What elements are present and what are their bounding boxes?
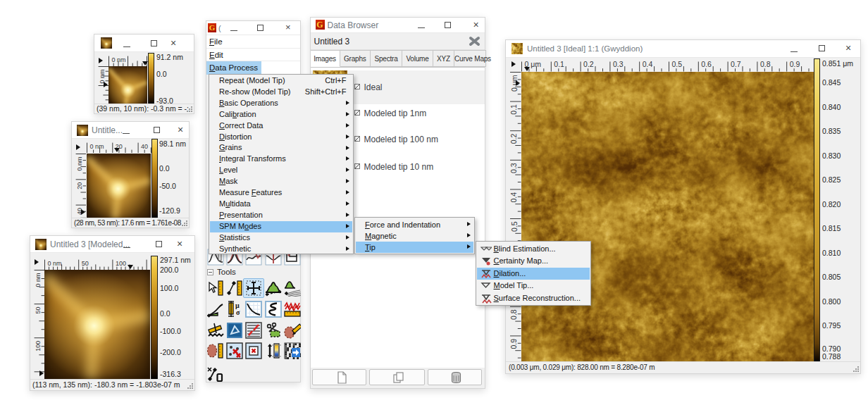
svg-text:0 nm: 0 nm [48,260,62,267]
svg-text:50: 50 [82,260,89,267]
svg-text:100: 100 [116,260,126,267]
svg-text:0.2: 0.2 [583,60,594,68]
svg-text:0.2: 0.2 [510,133,519,144]
svg-text:σ: σ [236,309,240,316]
svg-text:0.3: 0.3 [510,163,519,173]
svg-text:0.9: 0.9 [510,338,519,349]
svg-text:0.7: 0.7 [731,60,741,68]
svg-text:0.1: 0.1 [510,104,519,114]
svg-text:100: 100 [35,341,42,351]
svg-text:0.5: 0.5 [671,60,682,68]
svg-text:0.1: 0.1 [554,60,564,68]
svg-text:0.6: 0.6 [701,60,712,68]
svg-text:50: 50 [35,307,42,314]
svg-text:0.8: 0.8 [760,60,770,68]
svg-text:0 nm: 0 nm [112,56,126,63]
svg-text:0.9: 0.9 [789,60,800,68]
svg-text:20: 20 [76,182,83,189]
svg-text:0 nm: 0 nm [76,156,83,170]
svg-text:0 nm: 0 nm [89,143,104,150]
svg-text:40: 40 [141,143,148,150]
svg-text:0.4: 0.4 [510,192,519,202]
svg-text:0 nm: 0 nm [35,273,42,287]
svg-text:0.3: 0.3 [612,60,623,68]
svg-text:0.4: 0.4 [642,60,652,68]
svg-text:0.8: 0.8 [510,309,519,320]
svg-text:0.5: 0.5 [510,221,519,232]
